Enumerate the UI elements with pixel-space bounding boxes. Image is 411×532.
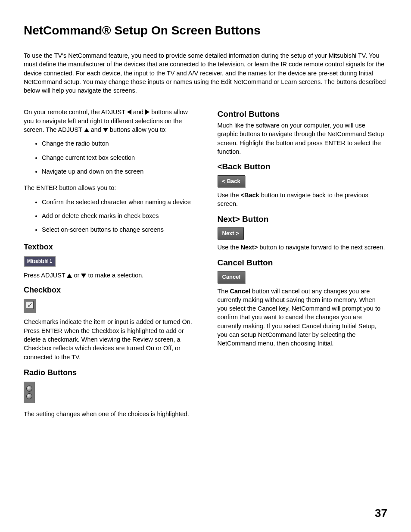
triangle-right-icon [145,109,149,115]
list-item: Confirm the selected character when nami… [42,198,194,206]
back-button-sample: < Back [218,175,245,187]
text: buttons allow you to: [108,126,167,133]
checkbox-heading: Checkbox [24,285,194,296]
text: On your remote control, the ADJUST [24,109,127,115]
control-desc: Much like the software on your computer,… [218,121,388,156]
page-number: 37 [375,507,387,520]
triangle-up-icon [84,128,89,132]
enter-bullets: Confirm the selected character when nami… [42,198,194,234]
text: Press ADJUST [24,272,67,279]
text: to make a selection. [86,272,143,279]
cancel-desc: The Cancel button will cancel out any ch… [218,287,388,348]
adjust-paragraph: On your remote control, the ADJUST and b… [24,108,194,134]
radio-sample [24,382,35,403]
list-item: Navigate up and down on the screen [42,167,194,176]
left-column: On your remote control, the ADJUST and b… [24,108,194,423]
text-bold: Cancel [230,288,251,295]
textbox-heading: Textbox [24,242,194,252]
cancel-button-sample: Cancel [218,271,246,283]
text: or [72,272,81,279]
text: button will cancel out any changes you a… [218,288,381,347]
radio-icon [26,393,32,399]
list-item: Select on-screen buttons to change scree… [42,225,194,234]
text: The [218,288,230,295]
back-desc: Use the <Back button to navigate back to… [218,191,388,208]
triangle-left-icon [127,109,131,115]
text: and [131,109,145,115]
text: button to navigate forward to the next s… [258,244,385,251]
list-item: Change current text box selection [42,153,194,162]
adjust-bullets: Change the radio button Change current t… [42,139,194,176]
cancel-heading: Cancel Button [218,257,388,269]
list-item: Add or delete check marks in check boxes [42,212,194,220]
text: Use the [218,192,241,199]
text: and [89,126,103,133]
checkbox-desc: Checkmarks indicate the item or input is… [24,317,194,361]
text-bold: <Back [241,192,259,199]
textbox-sample: Mitsubishi 1 [24,256,56,267]
enter-lead: The ENTER button allows you to: [24,184,194,192]
triangle-down-icon [103,128,108,132]
intro-text: To use the TV's NetCommand feature, you … [24,51,387,95]
radio-icon [26,386,32,392]
textbox-desc: Press ADJUST or to make a selection. [24,271,194,280]
next-button-sample: Next > [218,227,244,240]
triangle-up-icon [67,274,72,278]
text: Use the [218,244,241,251]
list-item: Change the radio button [42,139,194,148]
back-heading: <Back Button [218,161,388,173]
right-column: Control Buttons Much like the software o… [218,108,388,423]
next-desc: Use the Next> button to navigate forward… [218,243,388,252]
checkbox-sample [24,299,36,313]
radio-heading: Radio Buttons [24,367,194,378]
text-bold: Next> [241,244,258,251]
check-icon [26,301,34,309]
triangle-down-icon [81,274,86,278]
page-title: NetCommand® Setup On Screen Buttons [24,24,387,37]
radio-desc: The setting changes when one of the choi… [24,410,194,418]
control-heading: Control Buttons [218,109,388,120]
next-heading: Next> Button [218,214,388,225]
